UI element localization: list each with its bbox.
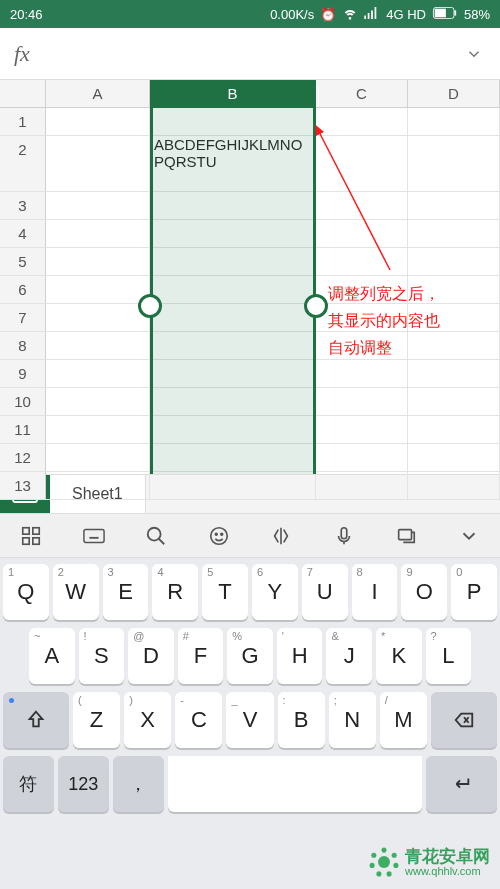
cell-A11[interactable]	[46, 416, 150, 443]
cell-A4[interactable]	[46, 220, 150, 247]
key-符[interactable]: 符	[3, 756, 54, 812]
cell-B3[interactable]	[150, 192, 316, 219]
cell-B9[interactable]	[150, 360, 316, 387]
cell-D2[interactable]	[408, 136, 500, 191]
row-header-4[interactable]: 4	[0, 220, 46, 247]
select-all-corner[interactable]	[0, 80, 46, 107]
cell-B12[interactable]	[150, 444, 316, 471]
cell-A2[interactable]	[46, 136, 150, 191]
cell-A8[interactable]	[46, 332, 150, 359]
column-header-B[interactable]: B	[150, 80, 316, 107]
row-header-13[interactable]: 13	[0, 472, 46, 499]
cell-C13[interactable]	[316, 472, 408, 499]
key-W[interactable]: 2W	[53, 564, 99, 620]
cell-B10[interactable]	[150, 388, 316, 415]
key-T[interactable]: 5T	[202, 564, 248, 620]
key-E[interactable]: 3E	[103, 564, 149, 620]
keyboard-icon[interactable]	[76, 518, 112, 554]
cell-D9[interactable]	[408, 360, 500, 387]
key-M[interactable]: /M	[380, 692, 427, 748]
row-header-7[interactable]: 7	[0, 304, 46, 331]
cell-A12[interactable]	[46, 444, 150, 471]
cell-D5[interactable]	[408, 248, 500, 275]
clipboard-icon[interactable]	[388, 518, 424, 554]
cell-C4[interactable]	[316, 220, 408, 247]
key-C[interactable]: -C	[175, 692, 222, 748]
chevron-down-icon[interactable]	[451, 518, 487, 554]
cell-C3[interactable]	[316, 192, 408, 219]
row-header-5[interactable]: 5	[0, 248, 46, 275]
key-shift[interactable]	[3, 692, 69, 748]
key-123[interactable]: 123	[58, 756, 109, 812]
key-B[interactable]: :B	[278, 692, 325, 748]
key-space[interactable]	[168, 756, 422, 812]
cursor-icon[interactable]	[263, 518, 299, 554]
key-I[interactable]: 8I	[352, 564, 398, 620]
row-header-10[interactable]: 10	[0, 388, 46, 415]
key-R[interactable]: 4R	[152, 564, 198, 620]
cell-D12[interactable]	[408, 444, 500, 471]
cell-B4[interactable]	[150, 220, 316, 247]
key-backspace[interactable]	[431, 692, 497, 748]
key-Z[interactable]: (Z	[73, 692, 120, 748]
cell-C9[interactable]	[316, 360, 408, 387]
cell-B5[interactable]	[150, 248, 316, 275]
row-header-3[interactable]: 3	[0, 192, 46, 219]
column-header-A[interactable]: A	[46, 80, 150, 107]
cell-A1[interactable]	[46, 108, 150, 135]
key-S[interactable]: !S	[79, 628, 125, 684]
key-P[interactable]: 0P	[451, 564, 497, 620]
key-enter[interactable]	[426, 756, 497, 812]
cell-D4[interactable]	[408, 220, 500, 247]
cell-A9[interactable]	[46, 360, 150, 387]
cell-A13[interactable]	[46, 472, 150, 499]
formula-input[interactable]	[40, 39, 452, 69]
cell-C12[interactable]	[316, 444, 408, 471]
cell-D1[interactable]	[408, 108, 500, 135]
cell-C11[interactable]	[316, 416, 408, 443]
cell-A3[interactable]	[46, 192, 150, 219]
column-header-C[interactable]: C	[316, 80, 408, 107]
cell-B7[interactable]	[150, 304, 316, 331]
key-O[interactable]: 9O	[401, 564, 447, 620]
key-L[interactable]: ?L	[426, 628, 472, 684]
cell-D3[interactable]	[408, 192, 500, 219]
spreadsheet-grid[interactable]: ABCD 12ABCDEFGHIJKLMNOPQRSTU345678910111…	[0, 80, 500, 474]
cell-A5[interactable]	[46, 248, 150, 275]
search-icon[interactable]	[138, 518, 174, 554]
cell-B13[interactable]	[150, 472, 316, 499]
formula-expand-button[interactable]	[462, 42, 486, 66]
row-header-11[interactable]: 11	[0, 416, 46, 443]
key-U[interactable]: 7U	[302, 564, 348, 620]
cell-B11[interactable]	[150, 416, 316, 443]
key-，[interactable]: ，	[113, 756, 164, 812]
row-header-9[interactable]: 9	[0, 360, 46, 387]
cell-A6[interactable]	[46, 276, 150, 303]
column-header-D[interactable]: D	[408, 80, 500, 107]
key-A[interactable]: ~A	[29, 628, 75, 684]
key-Q[interactable]: 1Q	[3, 564, 49, 620]
cell-B6[interactable]	[150, 276, 316, 303]
row-header-2[interactable]: 2	[0, 136, 46, 191]
key-G[interactable]: %G	[227, 628, 273, 684]
cell-B2[interactable]: ABCDEFGHIJKLMNOPQRSTU	[150, 136, 316, 191]
row-header-6[interactable]: 6	[0, 276, 46, 303]
key-Y[interactable]: 6Y	[252, 564, 298, 620]
cell-B1[interactable]	[150, 108, 316, 135]
cell-C10[interactable]	[316, 388, 408, 415]
key-D[interactable]: @D	[128, 628, 174, 684]
cell-C5[interactable]	[316, 248, 408, 275]
key-X[interactable]: )X	[124, 692, 171, 748]
cell-D13[interactable]	[408, 472, 500, 499]
cell-D11[interactable]	[408, 416, 500, 443]
smile-icon[interactable]	[201, 518, 237, 554]
key-K[interactable]: *K	[376, 628, 422, 684]
key-H[interactable]: 'H	[277, 628, 323, 684]
key-N[interactable]: ;N	[329, 692, 376, 748]
mic-icon[interactable]	[326, 518, 362, 554]
cell-B8[interactable]	[150, 332, 316, 359]
key-F[interactable]: #F	[178, 628, 224, 684]
cell-D10[interactable]	[408, 388, 500, 415]
cell-A10[interactable]	[46, 388, 150, 415]
grid-icon[interactable]	[13, 518, 49, 554]
